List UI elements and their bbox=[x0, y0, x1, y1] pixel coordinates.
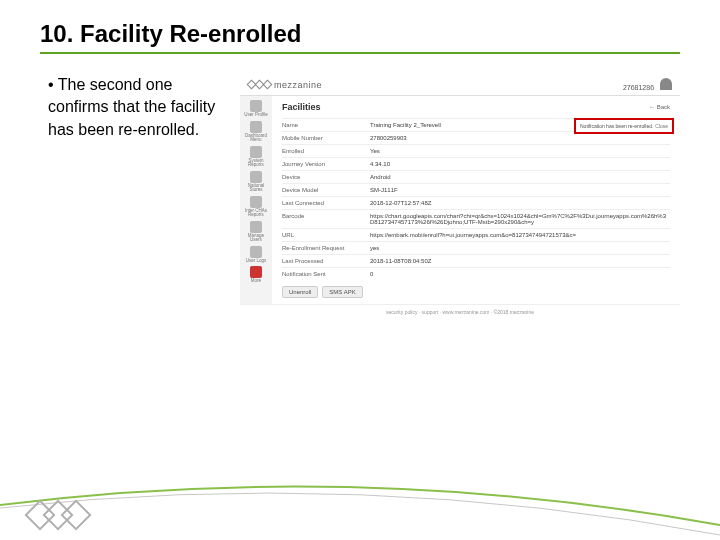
detail-label: Device bbox=[282, 174, 362, 180]
detail-value: Yes bbox=[370, 148, 670, 154]
detail-row: Journey Version4.34.10 bbox=[282, 157, 670, 170]
sidebar-item-inter-chas[interactable]: Inter CHAs Reports bbox=[243, 196, 269, 218]
sidebar-item-dashboard[interactable]: Dashboard Menu bbox=[243, 121, 269, 143]
detail-label: Journey Version bbox=[282, 161, 362, 167]
user-icon bbox=[660, 78, 672, 90]
bullet-text: The second one confirms that the facilit… bbox=[40, 74, 230, 319]
detail-value: Android bbox=[370, 174, 670, 180]
detail-label: Enrolled bbox=[282, 148, 362, 154]
detail-value: 0 bbox=[370, 271, 670, 277]
main-panel: Facilities ← Back NameTraining Facility … bbox=[272, 96, 680, 304]
user-badge: 27681286 bbox=[623, 78, 672, 91]
detail-row: URLhttps://embark.mobi/enroll?h=ui.journ… bbox=[282, 228, 670, 241]
detail-label: Name bbox=[282, 122, 362, 128]
detail-row: Last Processed2018-11-08T08:04:50Z bbox=[282, 254, 670, 267]
toast-notification: Notification has been re-enrolled. Close bbox=[574, 118, 674, 134]
detail-value: SM-J111F bbox=[370, 187, 670, 193]
detail-row: DeviceAndroid bbox=[282, 170, 670, 183]
detail-label: Barcode bbox=[282, 213, 362, 225]
detail-label: Mobile Number bbox=[282, 135, 362, 141]
detail-label: Last Processed bbox=[282, 258, 362, 264]
detail-label: URL bbox=[282, 232, 362, 238]
sms-apk-button[interactable]: SMS APK bbox=[322, 286, 362, 298]
detail-label: Notification Sent bbox=[282, 271, 362, 277]
app-footer: security policy · support · www.mezzanin… bbox=[240, 304, 680, 319]
unenroll-button[interactable]: Unenroll bbox=[282, 286, 318, 298]
detail-row: Notification Sent0 bbox=[282, 267, 670, 280]
sidebar-item-user-logs[interactable]: User Logs bbox=[243, 246, 269, 264]
detail-value: https://embark.mobi/enroll?h=ui.journeya… bbox=[370, 232, 670, 238]
toast-close-button[interactable]: Close bbox=[655, 123, 668, 129]
sidebar-item-user-profile[interactable]: User Profile bbox=[243, 100, 269, 118]
sidebar-item-more[interactable]: More bbox=[243, 266, 269, 284]
back-button[interactable]: ← Back bbox=[649, 104, 670, 110]
detail-value: 2018-12-07T12:57:48Z bbox=[370, 200, 670, 206]
sidebar-item-manage-users[interactable]: Manage Users bbox=[243, 221, 269, 243]
detail-value: 2018-11-08T08:04:50Z bbox=[370, 258, 670, 264]
app-header: mezzanine 27681286 bbox=[240, 74, 680, 96]
detail-label: Last Connected bbox=[282, 200, 362, 206]
detail-label: Device Model bbox=[282, 187, 362, 193]
page-title: Facilities bbox=[282, 102, 321, 112]
slide-title: 10. Facility Re-enrolled bbox=[40, 20, 680, 48]
app-screenshot: mezzanine 27681286 User Profile Dashboar… bbox=[240, 74, 680, 319]
detail-row: EnrolledYes bbox=[282, 144, 670, 157]
title-underline bbox=[40, 52, 680, 54]
sidebar: User Profile Dashboard Menu System Repor… bbox=[240, 96, 272, 304]
detail-value: 27800259903 bbox=[370, 135, 670, 141]
sidebar-item-national-stores[interactable]: National Stores bbox=[243, 171, 269, 193]
detail-value: 4.34.10 bbox=[370, 161, 670, 167]
detail-row: Re-Enrollment Requestyes bbox=[282, 241, 670, 254]
sidebar-item-system-reports[interactable]: System Reports bbox=[243, 146, 269, 168]
detail-value: https://chart.googleapis.com/chart?cht=q… bbox=[370, 213, 670, 225]
detail-row: Barcodehttps://chart.googleapis.com/char… bbox=[282, 209, 670, 228]
detail-row: Device ModelSM-J111F bbox=[282, 183, 670, 196]
detail-label: Re-Enrollment Request bbox=[282, 245, 362, 251]
toast-text: Notification has been re-enrolled. bbox=[580, 123, 653, 129]
detail-value: yes bbox=[370, 245, 670, 251]
detail-row: Last Connected2018-12-07T12:57:48Z bbox=[282, 196, 670, 209]
brand-logo: mezzanine bbox=[248, 80, 322, 90]
